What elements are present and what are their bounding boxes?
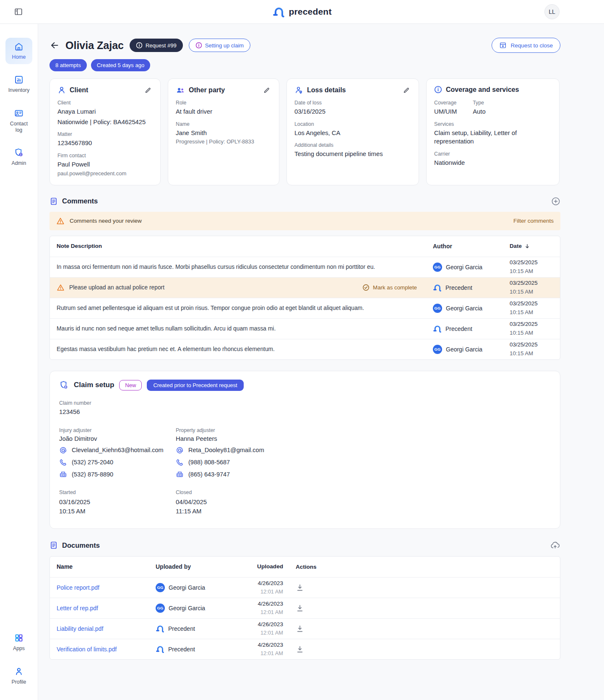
plus-circle-icon (551, 197, 560, 206)
comments-table: Note Description Author Date In massa or… (49, 236, 560, 360)
precedent-logo-icon (156, 645, 164, 653)
document-row: Police report.pdf GG Georgi Garcia 4/26/… (50, 577, 560, 598)
document-link[interactable]: Police report.pdf (57, 584, 99, 591)
claim-setup-shield-icon (59, 380, 69, 390)
people-icon (176, 86, 185, 94)
origin-badge: Created prior to Precedent request (147, 380, 243, 391)
filter-comments-link[interactable]: Filter comments (513, 218, 554, 224)
mark-as-complete-button[interactable]: Mark as complete (362, 284, 426, 291)
person-icon (57, 86, 66, 94)
comment-time: 10:15 AM (510, 329, 553, 338)
comments-table-header: Note Description Author Date (50, 236, 560, 257)
at-icon (176, 446, 184, 454)
download-button[interactable] (296, 625, 304, 633)
phone-icon (59, 458, 67, 466)
document-icon (49, 197, 58, 206)
person-location-icon (294, 86, 303, 95)
loss-location: Los Angeles, CA (294, 129, 411, 138)
other-party-role: At fault driver (176, 107, 271, 116)
sidebar-item-label: Inventory (8, 87, 30, 94)
author-name: Precedent (445, 325, 472, 332)
add-comment-button[interactable] (551, 197, 560, 206)
firm-contact-email: paul.powell@precedent.com (57, 170, 153, 177)
uploaded-date: 4/26/2023 (245, 579, 283, 588)
sidebar: Home Inventory (0, 24, 38, 700)
inventory-icon (14, 75, 24, 85)
request-to-close-label: Request to close (510, 42, 553, 49)
badge-row: 8 attempts Created 5 days ago (49, 59, 560, 71)
sidebar-item-inventory[interactable]: Inventory (5, 71, 32, 97)
back-button[interactable] (49, 40, 60, 50)
field-label: Closed (176, 489, 551, 495)
download-icon (296, 645, 304, 653)
loss-details-card: Loss details Date of loss 03/16/2025 Loc… (286, 78, 419, 185)
card-title: Other party (189, 86, 225, 94)
phone-value: (532) 275-2040 (72, 459, 113, 466)
edit-client-button[interactable] (143, 86, 153, 95)
documents-table: Name Uploaded by Uploaded Actions Police… (49, 556, 560, 660)
user-avatar[interactable]: LL (544, 4, 560, 19)
precedent-logo-icon (433, 324, 442, 333)
fax-icon (176, 471, 184, 479)
adjusters-grid: Injury adjuster João Dimitrov Cleveland_… (59, 427, 551, 479)
documents-title: Documents (62, 541, 100, 549)
edit-other-party-button[interactable] (262, 86, 271, 95)
fax-value: (532) 875-8890 (72, 471, 113, 478)
comments-title: Comments (62, 197, 98, 205)
card-title: Client (70, 86, 88, 94)
property-adjuster-name: Hanna Peeters (176, 435, 551, 442)
card-title: Loss details (307, 86, 346, 94)
uploader-avatar: GG (156, 604, 165, 613)
author-name: Georgi Garcia (446, 346, 482, 353)
sidebar-item-label: Apps (13, 645, 25, 652)
field-label: Started (59, 489, 176, 495)
sidebar-item-profile[interactable]: Profile (5, 663, 32, 689)
uploaded-time: 12:01 AM (245, 588, 283, 596)
banner-text: Comments need your review (70, 218, 142, 224)
claim-setup-header: Claim setup New Created prior to Precede… (59, 380, 551, 391)
date-of-loss: 03/16/2025 (294, 107, 411, 116)
email-value: Cleveland_Kiehn63@hotmail.com (72, 447, 164, 453)
field-label: Coverage (434, 100, 457, 106)
coverage-type: Auto (473, 107, 485, 116)
document-link[interactable]: Letter of rep.pdf (57, 605, 98, 612)
topbar: precedent LL (0, 0, 604, 24)
download-button[interactable] (296, 604, 304, 612)
info-icon (136, 42, 143, 49)
services-value: Claim setup, Liability, Letter of repres… (434, 129, 552, 146)
uploaded-time: 12:01 AM (245, 629, 283, 637)
documents-table-header: Name Uploaded by Uploaded Actions (50, 557, 560, 577)
claim-dates-grid: Started 03/16/2025 10:15 AM Closed 04/04… (59, 489, 551, 516)
document-link[interactable]: Verification of limits.pdf (57, 646, 117, 653)
comment-date: 03/25/2025 (510, 341, 553, 349)
sidebar-item-admin[interactable]: Admin (5, 144, 32, 170)
carrier-value: Nationwide (434, 159, 552, 167)
comment-text: In massa orci fermentum non id mauris fu… (57, 263, 375, 271)
edit-loss-details-button[interactable] (402, 86, 411, 95)
upload-document-button[interactable] (550, 540, 560, 551)
check-circle-icon (362, 284, 370, 291)
note-description-header: Note Description (50, 239, 433, 254)
comment-time: 10:15 AM (510, 349, 553, 358)
coverage-value: UM/UIM (434, 107, 457, 116)
page: precedent LL Home (0, 0, 604, 700)
matter-number: 1234567890 (57, 139, 153, 148)
sidebar-toggle-button[interactable] (14, 7, 23, 16)
field-label: Additional details (294, 142, 411, 148)
sidebar-item-apps[interactable]: Apps (5, 629, 32, 656)
author-avatar: GG (433, 263, 442, 272)
page-title: Olivia Zajac (65, 39, 124, 52)
mark-as-complete-label: Mark as complete (373, 284, 417, 291)
download-button[interactable] (296, 583, 304, 592)
sidebar-item-home[interactable]: Home (5, 38, 32, 64)
warning-icon (57, 284, 65, 291)
document-link[interactable]: Liability denial.pdf (57, 625, 103, 632)
injury-adjuster: Injury adjuster João Dimitrov Cleveland_… (59, 427, 176, 479)
uploader-name: Georgi Garcia (169, 584, 205, 591)
sidebar-item-contact-log[interactable]: Contact log (5, 104, 32, 138)
uploaded-date: 4/26/2023 (245, 600, 283, 608)
panel-toggle-icon (14, 7, 23, 16)
date-header[interactable]: Date (510, 242, 560, 251)
download-button[interactable] (296, 645, 304, 653)
request-to-close-button[interactable]: Request to close (492, 38, 560, 53)
